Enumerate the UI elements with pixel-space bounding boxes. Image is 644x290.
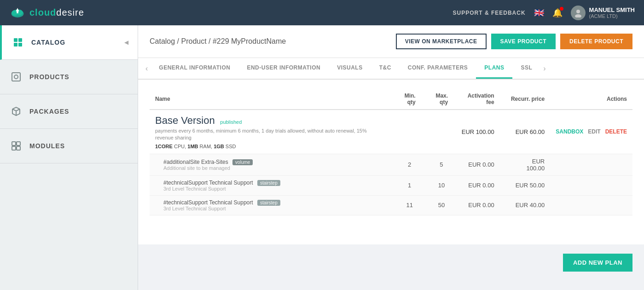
sub-row-2-name: #technicalSupport Technical Support: [163, 199, 253, 206]
sub-row-1-name: #technicalSupport Technical Support: [163, 180, 253, 186]
sidebar-item-products-label: PRODUCTS: [29, 73, 70, 81]
tab-general-information[interactable]: GENERAL INFORMATION: [151, 58, 238, 79]
sidebar-item-modules-label: MODULES: [29, 142, 65, 150]
tab-tc[interactable]: T&C: [371, 58, 400, 79]
view-marketplace-button[interactable]: VIEW ON MARKETPLACE: [396, 34, 487, 49]
base-plan-name-cell: Base Version published payments every 6 …: [150, 110, 390, 154]
sidebar-item-products[interactable]: PRODUCTS: [0, 60, 138, 94]
svg-rect-17: [12, 146, 16, 150]
col-header-name: Name: [150, 89, 390, 110]
notifications-bell[interactable]: 🔔: [552, 8, 563, 18]
logo[interactable]: clouddesire: [9, 5, 84, 21]
top-header: clouddesire SUPPORT & FEEDBACK 🇬🇧 🔔 MANU…: [0, 0, 644, 25]
sub-row-0: #additionalSite Extra-Sites volume Addit…: [150, 154, 632, 175]
user-menu[interactable]: MANUEL SMITH (ACME LTD): [571, 6, 635, 20]
breadcrumb: Catalog / Product / #229 MyProductName: [150, 37, 286, 46]
sub-row-2-badge: stairstep: [257, 200, 280, 206]
plans-table: Name Min. qty Max. qty Activation fee Re…: [150, 89, 632, 215]
sub-row-1-recurr-price: EUR 50.00: [500, 175, 551, 195]
col-header-recurr-price: Recurr. price: [500, 89, 551, 110]
sidebar: CATALOG ◀ PRODUCTS PAC: [0, 25, 138, 290]
add-new-area: ADD NEW PLAN: [138, 244, 644, 281]
edit-button[interactable]: EDIT: [588, 128, 600, 135]
footer-spacer: [138, 281, 644, 290]
svg-rect-5: [17, 11, 18, 13]
svg-rect-10: [14, 43, 17, 46]
header-actions: VIEW ON MARKETPLACE SAVE PRODUCT DELETE …: [396, 34, 632, 49]
tab-plans[interactable]: PLANS: [476, 58, 512, 79]
base-plan-specs: 1CORE CPU, 1MB RAM, 1GB SSD: [155, 144, 384, 149]
svg-rect-18: [17, 146, 20, 150]
sub-row-1-min-qty: 1: [390, 175, 421, 195]
packages-icon: [9, 104, 23, 118]
svg-point-13: [14, 75, 18, 79]
sub-row-1-max-qty: 10: [421, 175, 453, 195]
base-plan-activation-fee: EUR 100.00: [453, 110, 500, 154]
catalog-icon: [11, 35, 25, 49]
svg-point-7: [575, 14, 581, 17]
sidebar-item-modules[interactable]: MODULES: [0, 129, 138, 163]
sub-row-2-min-qty: 11: [390, 195, 421, 215]
delete-product-button[interactable]: DELETE PRODUCT: [560, 34, 632, 49]
sidebar-item-packages-label: PACKAGES: [29, 108, 69, 115]
sub-row-0-actions: [550, 154, 632, 175]
col-header-actions: Actions: [550, 89, 632, 110]
sub-row-2-activation-fee: EUR 0.00: [453, 195, 500, 215]
tab-ssl[interactable]: SSL: [512, 58, 540, 79]
user-org: (ACME LTD): [589, 13, 635, 19]
svg-point-6: [576, 10, 580, 13]
add-new-plan-button[interactable]: ADD NEW PLAN: [563, 254, 632, 272]
notification-dot: [560, 7, 563, 11]
sub-row-1-actions: [550, 175, 632, 195]
base-plan-row: Base Version published payments every 6 …: [150, 110, 632, 154]
base-plan-recurr-price: EUR 60.00: [500, 110, 551, 154]
sub-row-1: #technicalSupport Technical Support stai…: [150, 175, 632, 195]
sub-row-2-actions: [550, 195, 632, 215]
tab-conf-parameters[interactable]: CONF. PARAMETERS: [400, 58, 476, 79]
tab-next-button[interactable]: ›: [540, 59, 548, 78]
user-name: MANUEL SMITH: [589, 6, 635, 13]
support-feedback-link[interactable]: SUPPORT & FEEDBACK: [453, 10, 526, 16]
table-container: Name Min. qty Max. qty Activation fee Re…: [138, 80, 644, 244]
user-avatar-icon: [574, 8, 583, 17]
base-plan-max-qty: [421, 110, 453, 154]
sub-row-1-name-cell: #technicalSupport Technical Support stai…: [150, 175, 390, 195]
svg-rect-16: [17, 142, 20, 145]
sub-row-1-badge: stairstep: [257, 180, 280, 186]
content-area: Catalog / Product / #229 MyProductName V…: [138, 25, 644, 290]
sandbox-button[interactable]: SANDBOX: [556, 128, 583, 135]
save-product-button[interactable]: SAVE PRODUCT: [491, 34, 556, 49]
sub-row-2-max-qty: 50: [421, 195, 453, 215]
sub-row-0-activation-fee: EUR 0.00: [453, 154, 500, 175]
sidebar-item-catalog-label: CATALOG: [31, 39, 65, 46]
tab-visuals[interactable]: VISUALS: [329, 58, 371, 79]
sub-row-1-desc: 3rd Level Technical Support: [163, 186, 384, 191]
user-info: MANUEL SMITH (ACME LTD): [589, 6, 635, 19]
avatar: [571, 6, 586, 20]
sidebar-item-packages[interactable]: PACKAGES: [0, 94, 138, 129]
sub-row-0-min-qty: 2: [390, 154, 421, 175]
modules-icon: [9, 139, 23, 153]
sidebar-item-catalog[interactable]: CATALOG ◀: [0, 25, 138, 60]
tab-end-user-information[interactable]: END-USER INFORMATION: [238, 58, 329, 79]
col-header-activation-fee: Activation fee: [453, 89, 500, 110]
sidebar-catalog-chevron: ◀: [124, 39, 128, 46]
col-header-min-qty: Min. qty: [390, 89, 421, 110]
products-icon: [9, 70, 23, 84]
svg-rect-8: [14, 38, 17, 42]
delete-button[interactable]: DELETE: [605, 128, 627, 135]
tab-prev-button[interactable]: ‹: [143, 59, 151, 78]
base-plan-description: payments every 6 months, minimum 6 month…: [155, 128, 384, 142]
svg-rect-15: [12, 142, 16, 145]
sub-row-2-recurr-price: EUR 40.00: [500, 195, 551, 215]
base-plan-actions: SANDBOX EDIT DELETE: [550, 110, 632, 154]
language-flag[interactable]: 🇬🇧: [534, 8, 544, 18]
tabs-bar: ‹ GENERAL INFORMATION END-USER INFORMATI…: [138, 58, 644, 80]
sub-row-0-badge: volume: [232, 159, 253, 165]
svg-rect-9: [18, 38, 22, 42]
sub-row-0-name-cell: #additionalSite Extra-Sites volume Addit…: [150, 154, 390, 175]
sub-row-0-recurr-price: EUR 100.00: [500, 154, 551, 175]
sub-row-2: #technicalSupport Technical Support stai…: [150, 195, 632, 215]
sub-row-2-name-cell: #technicalSupport Technical Support stai…: [150, 195, 390, 215]
content-header: Catalog / Product / #229 MyProductName V…: [138, 25, 644, 58]
